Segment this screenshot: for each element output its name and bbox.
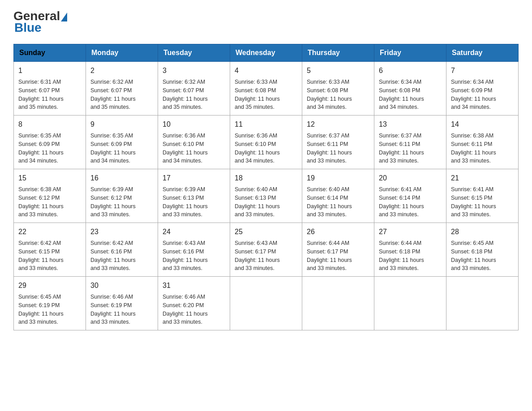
day-number: 28 [451, 227, 514, 237]
calendar-cell: 12Sunrise: 6:37 AMSunset: 6:11 PMDayligh… [302, 116, 374, 169]
day-number: 5 [307, 65, 369, 76]
day-info: Sunrise: 6:37 AMSunset: 6:11 PMDaylight:… [307, 132, 369, 165]
day-number: 17 [163, 173, 225, 184]
week-row-3: 15Sunrise: 6:38 AMSunset: 6:12 PMDayligh… [14, 169, 519, 223]
day-info: Sunrise: 6:38 AMSunset: 6:11 PMDaylight:… [451, 132, 514, 165]
calendar-cell [446, 277, 519, 330]
calendar-cell: 17Sunrise: 6:39 AMSunset: 6:13 PMDayligh… [158, 169, 230, 223]
calendar-cell: 13Sunrise: 6:37 AMSunset: 6:11 PMDayligh… [374, 116, 446, 169]
day-info: Sunrise: 6:44 AMSunset: 6:17 PMDaylight:… [307, 239, 369, 273]
day-info: Sunrise: 6:41 AMSunset: 6:14 PMDaylight:… [379, 185, 442, 219]
calendar-cell: 7Sunrise: 6:34 AMSunset: 6:09 PMDaylight… [446, 62, 519, 116]
calendar-cell: 6Sunrise: 6:34 AMSunset: 6:08 PMDaylight… [374, 62, 446, 116]
day-info: Sunrise: 6:43 AMSunset: 6:17 PMDaylight:… [235, 239, 297, 273]
day-number: 22 [18, 227, 81, 237]
calendar-cell: 18Sunrise: 6:40 AMSunset: 6:13 PMDayligh… [230, 169, 302, 223]
day-number: 6 [379, 65, 442, 76]
day-info: Sunrise: 6:32 AMSunset: 6:07 PMDaylight:… [163, 78, 225, 111]
day-number: 27 [379, 227, 442, 237]
day-info: Sunrise: 6:42 AMSunset: 6:16 PMDaylight:… [90, 239, 153, 273]
calendar-cell: 11Sunrise: 6:36 AMSunset: 6:10 PMDayligh… [230, 116, 302, 169]
day-number: 1 [18, 65, 81, 76]
day-info: Sunrise: 6:43 AMSunset: 6:16 PMDaylight:… [163, 239, 225, 273]
day-info: Sunrise: 6:46 AMSunset: 6:19 PMDaylight:… [90, 293, 153, 326]
day-info: Sunrise: 6:34 AMSunset: 6:09 PMDaylight:… [451, 78, 514, 111]
day-number: 14 [451, 119, 514, 130]
day-info: Sunrise: 6:35 AMSunset: 6:09 PMDaylight:… [90, 132, 153, 165]
day-number: 21 [451, 173, 514, 184]
calendar-cell: 2Sunrise: 6:32 AMSunset: 6:07 PMDaylight… [86, 62, 158, 116]
day-info: Sunrise: 6:37 AMSunset: 6:11 PMDaylight:… [379, 132, 442, 165]
calendar-cell: 30Sunrise: 6:46 AMSunset: 6:19 PMDayligh… [86, 277, 158, 330]
day-number: 30 [90, 280, 153, 291]
week-row-1: 1Sunrise: 6:31 AMSunset: 6:07 PMDaylight… [14, 62, 519, 116]
calendar-cell: 5Sunrise: 6:33 AMSunset: 6:08 PMDaylight… [302, 62, 374, 116]
calendar-table: Sunday Monday Tuesday Wednesday Thursday… [13, 44, 519, 330]
day-info: Sunrise: 6:39 AMSunset: 6:12 PMDaylight:… [90, 185, 153, 219]
day-info: Sunrise: 6:42 AMSunset: 6:15 PMDaylight:… [18, 239, 81, 273]
calendar-cell: 9Sunrise: 6:35 AMSunset: 6:09 PMDaylight… [86, 116, 158, 169]
day-info: Sunrise: 6:40 AMSunset: 6:14 PMDaylight:… [307, 185, 369, 219]
day-number: 8 [18, 119, 81, 130]
day-number: 3 [163, 65, 225, 76]
day-info: Sunrise: 6:45 AMSunset: 6:19 PMDaylight:… [18, 293, 81, 326]
day-number: 20 [379, 173, 442, 184]
calendar-cell: 16Sunrise: 6:39 AMSunset: 6:12 PMDayligh… [86, 169, 158, 223]
day-info: Sunrise: 6:41 AMSunset: 6:15 PMDaylight:… [451, 185, 514, 219]
day-number: 18 [235, 173, 297, 184]
calendar-cell: 1Sunrise: 6:31 AMSunset: 6:07 PMDaylight… [14, 62, 86, 116]
calendar-cell: 10Sunrise: 6:36 AMSunset: 6:10 PMDayligh… [158, 116, 230, 169]
day-info: Sunrise: 6:36 AMSunset: 6:10 PMDaylight:… [163, 132, 225, 165]
week-row-2: 8Sunrise: 6:35 AMSunset: 6:09 PMDaylight… [14, 116, 519, 169]
day-number: 11 [235, 119, 297, 130]
day-number: 15 [18, 173, 81, 184]
header-monday: Monday [86, 44, 158, 62]
day-info: Sunrise: 6:33 AMSunset: 6:08 PMDaylight:… [235, 78, 297, 111]
calendar-cell: 27Sunrise: 6:44 AMSunset: 6:18 PMDayligh… [374, 223, 446, 277]
day-info: Sunrise: 6:46 AMSunset: 6:20 PMDaylight:… [163, 293, 225, 326]
day-number: 24 [163, 227, 225, 237]
calendar-cell: 19Sunrise: 6:40 AMSunset: 6:14 PMDayligh… [302, 169, 374, 223]
day-number: 29 [18, 280, 81, 291]
day-number: 19 [307, 173, 369, 184]
day-info: Sunrise: 6:44 AMSunset: 6:18 PMDaylight:… [379, 239, 442, 273]
header-saturday: Saturday [446, 44, 519, 62]
day-number: 23 [90, 227, 153, 237]
calendar-cell: 29Sunrise: 6:45 AMSunset: 6:19 PMDayligh… [14, 277, 86, 330]
calendar-cell: 25Sunrise: 6:43 AMSunset: 6:17 PMDayligh… [230, 223, 302, 277]
day-number: 10 [163, 119, 225, 130]
day-number: 26 [307, 227, 369, 237]
week-row-4: 22Sunrise: 6:42 AMSunset: 6:15 PMDayligh… [14, 223, 519, 277]
calendar-cell: 23Sunrise: 6:42 AMSunset: 6:16 PMDayligh… [86, 223, 158, 277]
calendar-cell: 26Sunrise: 6:44 AMSunset: 6:17 PMDayligh… [302, 223, 374, 277]
calendar-cell: 3Sunrise: 6:32 AMSunset: 6:07 PMDaylight… [158, 62, 230, 116]
calendar-cell: 24Sunrise: 6:43 AMSunset: 6:16 PMDayligh… [158, 223, 230, 277]
calendar-cell: 21Sunrise: 6:41 AMSunset: 6:15 PMDayligh… [446, 169, 519, 223]
weekday-header-row: Sunday Monday Tuesday Wednesday Thursday… [14, 44, 519, 62]
day-number: 4 [235, 65, 297, 76]
calendar-cell [302, 277, 374, 330]
day-info: Sunrise: 6:45 AMSunset: 6:18 PMDaylight:… [451, 239, 514, 273]
calendar-cell: 20Sunrise: 6:41 AMSunset: 6:14 PMDayligh… [374, 169, 446, 223]
day-info: Sunrise: 6:34 AMSunset: 6:08 PMDaylight:… [379, 78, 442, 111]
day-info: Sunrise: 6:33 AMSunset: 6:08 PMDaylight:… [307, 78, 369, 111]
calendar-cell: 14Sunrise: 6:38 AMSunset: 6:11 PMDayligh… [446, 116, 519, 169]
day-info: Sunrise: 6:40 AMSunset: 6:13 PMDaylight:… [235, 185, 297, 219]
day-number: 7 [451, 65, 514, 76]
header-wednesday: Wednesday [230, 44, 302, 62]
day-number: 12 [307, 119, 369, 130]
header-sunday: Sunday [14, 44, 86, 62]
week-row-5: 29Sunrise: 6:45 AMSunset: 6:19 PMDayligh… [14, 277, 519, 330]
calendar-cell [374, 277, 446, 330]
day-info: Sunrise: 6:32 AMSunset: 6:07 PMDaylight:… [90, 78, 153, 111]
day-info: Sunrise: 6:36 AMSunset: 6:10 PMDaylight:… [235, 132, 297, 165]
day-number: 31 [163, 280, 225, 291]
day-info: Sunrise: 6:38 AMSunset: 6:12 PMDaylight:… [18, 185, 81, 219]
logo-triangle-icon [61, 13, 67, 21]
day-number: 9 [90, 119, 153, 130]
header-friday: Friday [374, 44, 446, 62]
day-info: Sunrise: 6:35 AMSunset: 6:09 PMDaylight:… [18, 132, 81, 165]
logo: General Blue [13, 9, 67, 35]
header-tuesday: Tuesday [158, 44, 230, 62]
calendar-cell: 15Sunrise: 6:38 AMSunset: 6:12 PMDayligh… [14, 169, 86, 223]
